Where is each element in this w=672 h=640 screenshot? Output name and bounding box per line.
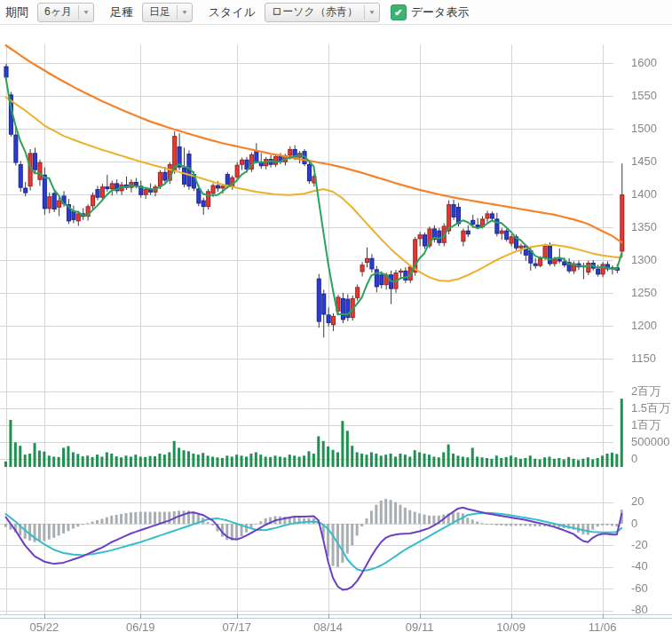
- style-value: ローソク（赤青）: [265, 4, 364, 20]
- data-display-label: データ表示: [411, 4, 470, 20]
- chart-toolbar: 期間 6ヶ月 ▼ 足種 日足 ▼ スタイル ローソク（赤青） ▼ ✔ データ表示: [0, 0, 672, 25]
- chevron-down-icon[interactable]: ▼: [177, 5, 192, 20]
- period-label: 期間: [5, 4, 28, 20]
- checkbox-check-icon: ✔: [391, 4, 407, 20]
- candle-type-label: 足種: [110, 4, 133, 20]
- candle-type-select[interactable]: 日足 ▼: [142, 3, 193, 22]
- period-select[interactable]: 6ヶ月 ▼: [37, 3, 94, 22]
- data-display-checkbox[interactable]: ✔ データ表示: [391, 4, 470, 20]
- style-select[interactable]: ローソク（赤青） ▼: [265, 3, 380, 22]
- chevron-down-icon[interactable]: ▼: [78, 5, 93, 20]
- period-value: 6ヶ月: [38, 4, 78, 20]
- stock-chart-canvas[interactable]: [0, 0, 672, 640]
- chevron-down-icon[interactable]: ▼: [364, 5, 379, 20]
- candle-type-value: 日足: [143, 4, 177, 20]
- style-label: スタイル: [209, 4, 256, 20]
